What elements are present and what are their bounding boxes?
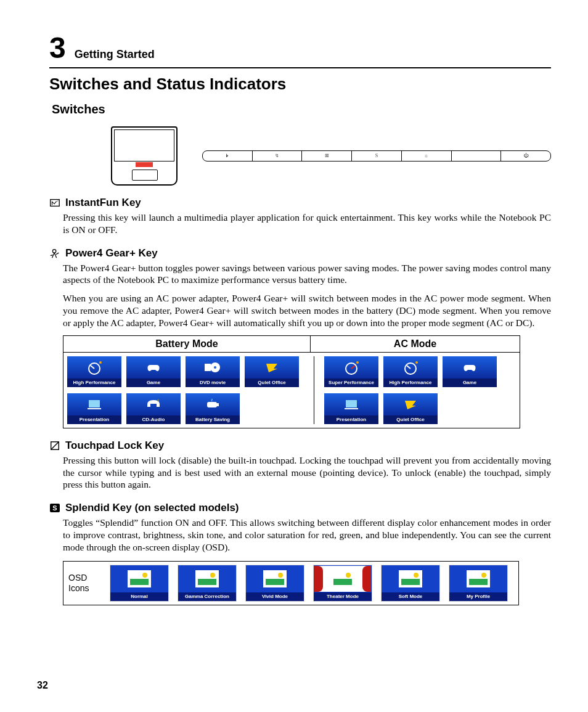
- bar-cell: ⏵: [203, 151, 253, 161]
- tile-game-ac: Game: [443, 356, 497, 387]
- power4gear-icon: [49, 248, 60, 259]
- svg-point-7: [214, 366, 216, 369]
- osd-label: OSD Icons: [68, 573, 99, 594]
- tile-game: Game: [126, 356, 181, 387]
- bar-cell: [452, 151, 502, 161]
- battery-mode-tiles: High Performance Game DVD movie Quiet Of…: [67, 356, 310, 424]
- power4gear-body1: The Power4 Gear+ button toggles power sa…: [63, 262, 551, 287]
- svg-line-24: [51, 441, 59, 449]
- svg-line-4: [91, 366, 94, 369]
- switches-illustration: ⏵ ↯ ⊠ S ☼ ⏻: [111, 126, 551, 186]
- battery-mode-header: Battery Mode: [63, 336, 311, 353]
- chapter-title: Getting Started: [75, 48, 155, 61]
- page-number: 32: [37, 680, 48, 691]
- svg-point-2: [52, 249, 55, 252]
- svg-text:♪: ♪: [157, 398, 159, 403]
- svg-line-16: [351, 366, 355, 369]
- svg-rect-21: [346, 400, 357, 407]
- bar-cell: ↯: [253, 151, 303, 161]
- instantfun-icon: ♪: [49, 197, 60, 208]
- bar-cell: ⏻: [501, 151, 550, 161]
- svg-line-19: [407, 366, 410, 369]
- power4gear-title: Power4 Gear+ Key: [65, 247, 158, 260]
- osd-theater-mode: Theater Mode: [314, 565, 372, 601]
- power-mode-table: Battery Mode AC Mode High Performance Ga…: [63, 335, 520, 428]
- tile-quiet-office-ac: Quiet Office: [383, 393, 438, 424]
- splendid-body: Toggles “Splendid” function ON and OFF. …: [63, 517, 551, 553]
- power4gear-body2: When you are using an AC power adapter, …: [63, 292, 551, 329]
- tile-presentation: Presentation: [67, 393, 121, 424]
- svg-text:z: z: [211, 397, 213, 403]
- tile-super-performance: Super Performance: [324, 356, 378, 387]
- chapter-number: 3: [49, 31, 66, 65]
- tile-dvd-movie: DVD movie: [186, 356, 240, 387]
- laptop-drawing: [111, 126, 178, 186]
- tile-high-performance: High Performance: [67, 356, 121, 387]
- osd-icons-table: OSD Icons Normal Gamma Correction Vivid …: [63, 561, 519, 605]
- bar-cell: ⊠: [302, 151, 352, 161]
- bar-cell: ☼: [402, 151, 452, 161]
- section-switches-heading: Switches: [52, 102, 551, 117]
- page-title: Switches and Status Indicators: [49, 75, 551, 94]
- instantfun-body: Pressing this key will launch a multimed…: [63, 211, 551, 236]
- tile-presentation-ac: Presentation: [324, 393, 378, 424]
- svg-rect-12: [207, 402, 217, 407]
- svg-rect-9: [89, 400, 100, 407]
- chapter-header: 3 Getting Started: [49, 31, 551, 68]
- osd-gamma-correction: Gamma Correction: [178, 565, 236, 601]
- svg-rect-13: [217, 403, 219, 406]
- ac-mode-header: AC Mode: [311, 336, 520, 353]
- bar-cell: S: [352, 151, 402, 161]
- svg-point-5: [99, 361, 102, 364]
- osd-normal: Normal: [110, 565, 168, 601]
- splendid-icon: S: [49, 502, 60, 514]
- svg-point-20: [415, 361, 418, 364]
- touchpad-lock-icon: [49, 440, 60, 451]
- instantfun-title: InstantFun Key: [65, 197, 141, 209]
- svg-point-17: [356, 361, 359, 364]
- switch-bar: ⏵ ↯ ⊠ S ☼ ⏻: [202, 150, 551, 162]
- osd-soft-mode: Soft Mode: [382, 565, 439, 601]
- svg-text:♪: ♪: [57, 198, 59, 202]
- osd-vivid-mode: Vivid Mode: [246, 565, 304, 601]
- touchpad-lock-title: Touchpad Lock Key: [65, 440, 164, 452]
- svg-rect-8: [205, 364, 211, 371]
- tile-quiet-office: Quiet Office: [245, 356, 299, 387]
- tile-battery-saving: zBattery Saving: [186, 393, 240, 424]
- splendid-title: Splendid Key (on selected models): [65, 502, 239, 514]
- tile-cd-audio: ♪CD-Audio: [126, 393, 181, 424]
- osd-my-profile: My Profile: [449, 565, 507, 601]
- touchpad-lock-body: Pressing this button will lock (disable)…: [63, 454, 551, 491]
- tile-high-performance-ac: High Performance: [383, 356, 438, 387]
- ac-mode-tiles: Super Performance High Performance Game …: [324, 356, 516, 424]
